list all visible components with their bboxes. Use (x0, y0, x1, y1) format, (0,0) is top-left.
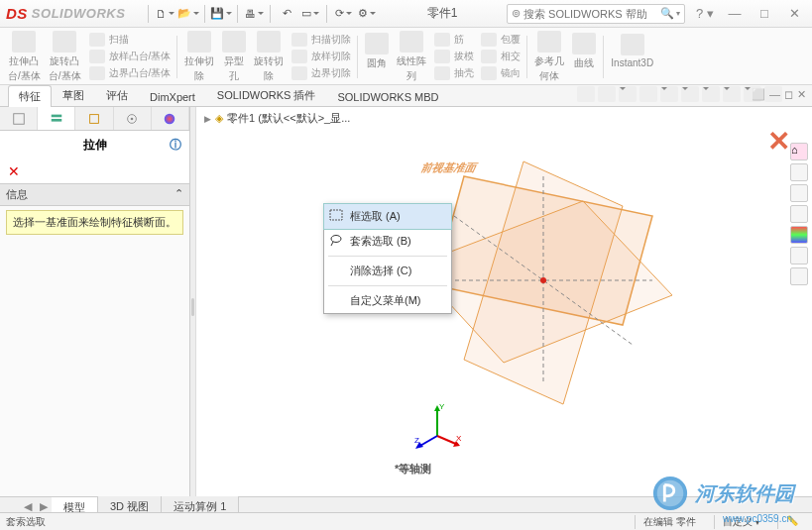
breadcrumb-arrow-icon: ▶ (204, 114, 211, 124)
svg-rect-2 (52, 119, 62, 122)
doc-close-icon[interactable]: ✕ (797, 88, 806, 101)
menu-clear-select[interactable]: 消除选择 (C) (324, 259, 451, 283)
help-search[interactable]: ⊚ 🔍 ▾ (507, 4, 685, 24)
save-button[interactable]: 💾 (210, 4, 232, 24)
taskpane-forum-icon[interactable] (790, 267, 808, 285)
box-select-icon (329, 209, 343, 221)
app-logo: DS SOLIDWORKS (6, 5, 125, 22)
boundary-button[interactable]: 边界凸台/基体 (88, 65, 172, 81)
taskpane-library-icon[interactable] (790, 163, 808, 181)
select-button[interactable]: ▭ (299, 4, 321, 24)
mirror-button[interactable]: 镜向 (480, 65, 521, 81)
taskpane-props-icon[interactable] (790, 247, 808, 265)
search-input[interactable] (523, 8, 660, 20)
taskpane-home-icon[interactable]: ⌂ (790, 143, 808, 160)
linear-pattern-button[interactable]: 线性阵列 (393, 30, 430, 84)
context-menu: 框选取 (A) 套索选取 (B) 消除选择 (C) 自定义菜单(M) (323, 203, 452, 314)
revolve-cut-button[interactable]: 旋转切除 (250, 30, 288, 84)
svg-point-6 (165, 113, 175, 124)
sweep-cut-button[interactable]: 扫描切除 (290, 32, 351, 48)
draft-button[interactable]: 拔模 (433, 49, 474, 64)
panel-help-icon[interactable]: ⓘ (170, 137, 181, 154)
doc-max-icon[interactable]: ◻ (784, 88, 793, 101)
zoom-area-button[interactable] (598, 86, 616, 102)
panel-section-header[interactable]: 信息⌃ (0, 183, 189, 206)
menu-lasso-select[interactable]: 套索选取 (B) (324, 229, 451, 254)
panel-tab-dimxpert[interactable] (114, 107, 152, 130)
cut-group: 扫描切除 放样切除 边界切除 (288, 30, 354, 84)
front-plane-label: 前视基准面 (419, 160, 481, 175)
extrude-cut-button[interactable]: 拉伸切除 (180, 30, 218, 84)
panel-cancel-button[interactable]: ✕ (0, 159, 189, 183)
svg-line-25 (331, 242, 333, 246)
part-icon: ◈ (215, 112, 223, 125)
tab-dimxpert[interactable]: DimXpert (139, 87, 206, 106)
tab-features[interactable]: 特征 (8, 85, 52, 107)
panel-tab-property[interactable] (38, 107, 75, 130)
rib-button[interactable]: 筋 (433, 32, 464, 48)
prev-view-button[interactable] (619, 86, 637, 102)
wrap-button[interactable]: 包覆 (480, 32, 521, 48)
taskpane-view-icon[interactable] (790, 205, 808, 223)
panel-tabs (0, 107, 189, 131)
boundary-cut-button[interactable]: 边界切除 (290, 65, 351, 81)
doc-window-controls: ⬜ — ◻ ✕ (752, 88, 806, 101)
undo-button[interactable]: ↶ (276, 4, 297, 24)
loft-button[interactable]: 放样凸台/基体 (88, 49, 172, 64)
new-doc-button[interactable]: 🗋 (154, 4, 175, 24)
intersect-button[interactable]: 相交 (480, 49, 521, 64)
tab-sw-addins[interactable]: SOLIDWORKS 插件 (206, 84, 327, 106)
svg-rect-23 (330, 210, 342, 220)
taskpane-appearance-icon[interactable] (790, 226, 808, 244)
fillet-button[interactable]: 圆角 (361, 30, 393, 84)
watermark-text: 河东软件园 (695, 480, 794, 507)
help-button[interactable]: ? ▾ (693, 5, 717, 23)
svg-text:Y: Y (439, 402, 445, 411)
doc-restore-icon[interactable]: ⬜ (752, 88, 765, 101)
revolve-boss-button[interactable]: 旋转凸台/基体 (45, 30, 85, 84)
options-button[interactable]: ⚙ (356, 4, 378, 24)
hole-wizard-button[interactable]: 异型孔 (218, 30, 250, 84)
lasso-icon (329, 234, 343, 246)
minimize-button[interactable]: — (723, 5, 747, 23)
extrude-boss-button[interactable]: 拉伸凸台/基体 (4, 30, 45, 84)
maximize-button[interactable]: □ (753, 5, 776, 23)
graphics-viewport[interactable]: ▶ ◈ 零件1 (默认<<默认>_显... ✕ ⌂ 前视基准面 (196, 107, 812, 506)
shell-button[interactable]: 抽壳 (433, 65, 474, 81)
cancel-x-icon[interactable]: ✕ (767, 125, 790, 158)
window-controls: ? ▾ — □ ✕ (693, 5, 806, 23)
ds-logo-icon: DS (6, 5, 28, 22)
doc-min-icon[interactable]: — (769, 88, 780, 101)
instant3d-button[interactable]: Instant3D (607, 30, 657, 84)
panel-tab-appearance[interactable] (152, 107, 189, 130)
view-orient-button[interactable] (660, 86, 678, 102)
section-view-button[interactable] (639, 86, 657, 102)
sweep-button[interactable]: 扫描 (88, 32, 129, 48)
curves-button[interactable]: 曲线 (568, 30, 600, 84)
menu-customize[interactable]: 自定义菜单(M) (324, 288, 451, 313)
quick-access-toolbar: 🗋 📂 💾 🖶 ↶ ▭ ⟳ ⚙ (145, 4, 378, 24)
status-edit-mode: 在编辑 零件 (635, 515, 704, 529)
svg-rect-1 (52, 114, 62, 117)
tab-sw-mbd[interactable]: SOLIDWORKS MBD (326, 87, 449, 106)
panel-tab-config[interactable] (75, 107, 113, 130)
tab-sketch[interactable]: 草图 (52, 84, 95, 106)
appearance-button[interactable] (723, 86, 741, 102)
search-glass-icon[interactable]: 🔍 (660, 7, 674, 20)
breadcrumb[interactable]: ▶ ◈ 零件1 (默认<<默认>_显... (204, 111, 350, 126)
panel-tab-tree[interactable] (0, 107, 38, 130)
taskpane-explorer-icon[interactable] (790, 184, 808, 202)
svg-point-13 (540, 277, 546, 283)
brand-text: SOLIDWORKS (32, 6, 126, 21)
zoom-fit-button[interactable] (577, 86, 595, 102)
ref-geom-button[interactable]: 参考几何体 (530, 30, 568, 84)
print-button[interactable]: 🖶 (243, 4, 265, 24)
loft-cut-button[interactable]: 放样切除 (290, 49, 351, 64)
display-style-button[interactable] (681, 86, 699, 102)
rebuild-button[interactable]: ⟳ (332, 4, 354, 24)
open-doc-button[interactable]: 📂 (177, 4, 199, 24)
menu-box-select[interactable]: 框选取 (A) (323, 203, 452, 230)
hide-show-button[interactable] (702, 86, 720, 102)
tab-evaluate[interactable]: 评估 (95, 84, 139, 106)
close-button[interactable]: ✕ (782, 5, 806, 23)
